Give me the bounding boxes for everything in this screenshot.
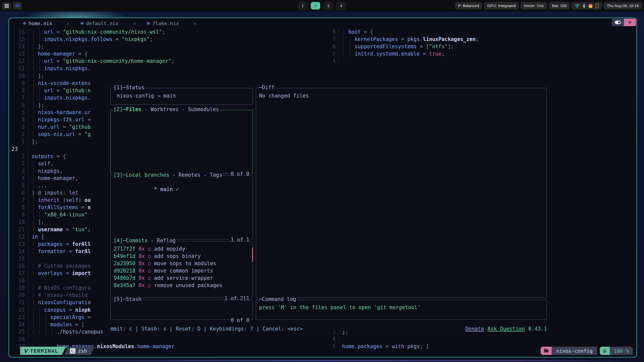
lazygit-files-panel[interactable]: [2]─Files - Worktrees - Submodules 0 of …	[110, 110, 253, 173]
commit-message: add mopidy	[154, 246, 185, 252]
diff-panel-title: ─Diff	[258, 84, 275, 90]
vim-mode-icon: V	[24, 348, 27, 354]
lazygit-links: Donate Ask Question 0.43.1	[465, 326, 547, 332]
lazygit-branches-panel[interactable]: [3]─Local branches - Remotes - Tags * ma…	[110, 175, 253, 239]
stash-count: 0 of 0	[229, 317, 251, 323]
tab-label: flake.nix	[152, 21, 179, 26]
tab-flake.nix[interactable]: ❄flake.nix×	[146, 21, 196, 26]
code-line: 5│ │ initrd.systemd.enable = true;	[328, 50, 636, 58]
lazygit-command-log-panel[interactable]: ─Command log press 'M' in the files pane…	[256, 300, 547, 320]
workspace-button-4[interactable]: 4	[336, 2, 346, 10]
command-log-content: press 'M' in the files panel to open 'gi…	[256, 300, 547, 310]
line-number: 11	[9, 226, 28, 233]
commit-row[interactable]: 2a23950 0x ○ move sops to modules	[114, 260, 250, 267]
commits-panel-title: [4]─Commits - Reflog	[113, 238, 176, 244]
commit-message: move sops to modules	[154, 260, 216, 266]
lines-icon: ≡	[603, 348, 606, 354]
line-number: 1	[9, 153, 28, 160]
line-number: 14	[9, 248, 28, 255]
bluetooth-icon[interactable]	[583, 4, 585, 8]
line-number: 26	[9, 336, 28, 343]
statusbar-left-group: V TERMINAL >_ zsh	[20, 347, 95, 355]
lazygit-commits-panel[interactable]: [4]─Commits - Reflog 2717f2f 0x ○ add mo…	[110, 241, 253, 298]
branch-row[interactable]: * main ✓	[111, 176, 253, 198]
commit-list: 2717f2f 0x ○ add mopidyb49ef1d 0x ○ add …	[111, 241, 253, 289]
diff-panel-content: No changed files	[256, 88, 547, 99]
terminal-prompt-icon: >_	[70, 348, 75, 354]
window-close-button[interactable]: ×	[624, 19, 636, 26]
commit-row[interactable]: 8e345a7 0x ○ remove unused packages	[114, 282, 250, 289]
lazygit-popup: [1]─Status nixos-config → main [2]─Files…	[106, 84, 550, 331]
files-panel-title: [2]─Files - Worktrees - Submodules	[113, 106, 220, 112]
line-number: 8	[328, 28, 339, 36]
commits-scrollbar[interactable]	[252, 247, 253, 262]
workspace-button-3[interactable]: 3	[324, 2, 333, 10]
tab-default.nix[interactable]: ❄default.nix×	[80, 21, 136, 26]
donate-link[interactable]: Donate	[465, 326, 484, 332]
line-number: 12	[9, 58, 28, 65]
workspace-button-2[interactable]: 2	[311, 2, 320, 10]
ask-question-link[interactable]: Ask Question	[488, 326, 525, 332]
workspace-button-1[interactable]: 1	[298, 2, 307, 10]
commit-message: move common imports	[154, 268, 213, 274]
line-number: 8	[9, 204, 28, 211]
status-panel-title: [1]─Status	[113, 84, 145, 90]
window-controls: ×	[612, 19, 636, 26]
line-number: 9	[9, 211, 28, 218]
commit-hash: 2717f2f	[114, 246, 139, 252]
commit-row[interactable]: 2717f2f 0x ○ add mopidy	[114, 245, 250, 253]
line-number: 20	[9, 292, 28, 299]
line-number: 21	[9, 299, 28, 306]
lazygit-status-panel[interactable]: [1]─Status nixos-config → main	[110, 88, 253, 105]
editor-tab-bar: ❄home.nix×❄default.nix×❄flake.nix×	[9, 18, 636, 29]
commit-row[interactable]: b49ef1d 0x ○ add sops binary	[114, 253, 250, 260]
flame-icon[interactable]	[588, 4, 593, 8]
wifi-icon[interactable]	[575, 4, 580, 8]
commit-row[interactable]: d920218 0x ○ move common imports	[114, 267, 250, 275]
scroll-percентage: 100 %	[610, 347, 633, 355]
repo-name: nixos-config	[552, 347, 597, 355]
lazygit-stash-panel[interactable]: [5]─Stash 0 of 0	[110, 300, 253, 320]
nix-snowflake-icon: ❄	[80, 21, 84, 26]
commit-hash: d920218	[114, 268, 139, 274]
line-number: 25	[9, 328, 28, 336]
status-chip: Home: 7ms	[520, 2, 547, 10]
stash-panel-title: [5]─Stash	[113, 296, 142, 302]
tab-close-icon[interactable]: ×	[67, 21, 69, 26]
line-number: 1	[9, 138, 28, 145]
commit-graph-node: ○	[148, 253, 154, 259]
line-number: 14	[9, 43, 28, 50]
line-number: 4	[9, 175, 28, 182]
phone-icon[interactable]	[596, 4, 598, 8]
commit-message: add service-wrapper	[154, 275, 213, 281]
tab-close-icon[interactable]: ×	[193, 21, 196, 26]
line-number: 23	[9, 314, 28, 321]
tab-home.nix[interactable]: ❄home.nix×	[23, 21, 70, 26]
line-number: 11	[9, 65, 28, 72]
command-log-title: ─Command log	[258, 296, 297, 302]
lazygit-diff-panel[interactable]: ─Diff No changed files	[256, 88, 547, 298]
line-number: 10	[9, 72, 28, 80]
tab-label: home.nix	[28, 21, 52, 26]
branches-panel-title: [3]─Local branches - Remotes - Tags	[113, 172, 223, 178]
nix-snowflake-icon: ❄	[23, 21, 26, 26]
tab-close-icon[interactable]: ×	[133, 21, 136, 26]
status-chips: P: BalancedGPU: IntegratedHome: 7msBat: …	[455, 2, 570, 10]
commit-row[interactable]: 9486b7d 0x ○ add service-wrapper	[114, 275, 250, 282]
nix-shell-indicator[interactable]: $N	[13, 2, 22, 10]
status-chip: GPU: Integrated	[484, 2, 519, 10]
commit-author: 0x	[139, 260, 148, 266]
apps-grid-icon	[5, 4, 9, 8]
line-number: 4	[328, 336, 339, 343]
window-toggle-button[interactable]	[612, 19, 624, 26]
scroll-position-chip: ≡	[600, 347, 610, 355]
line-number: 7	[9, 94, 28, 102]
commit-hash: b49ef1d	[114, 253, 139, 259]
commit-author: 0x	[139, 275, 148, 281]
folder-chip[interactable]	[541, 347, 552, 355]
apps-launcher-button[interactable]	[2, 2, 11, 10]
tab-label: default.nix	[86, 21, 118, 26]
line-number: 10	[9, 218, 28, 226]
code-line: 6│ │ supportedFilesystems = ["ntfs"];	[328, 43, 636, 50]
line-number: 2	[9, 131, 28, 138]
